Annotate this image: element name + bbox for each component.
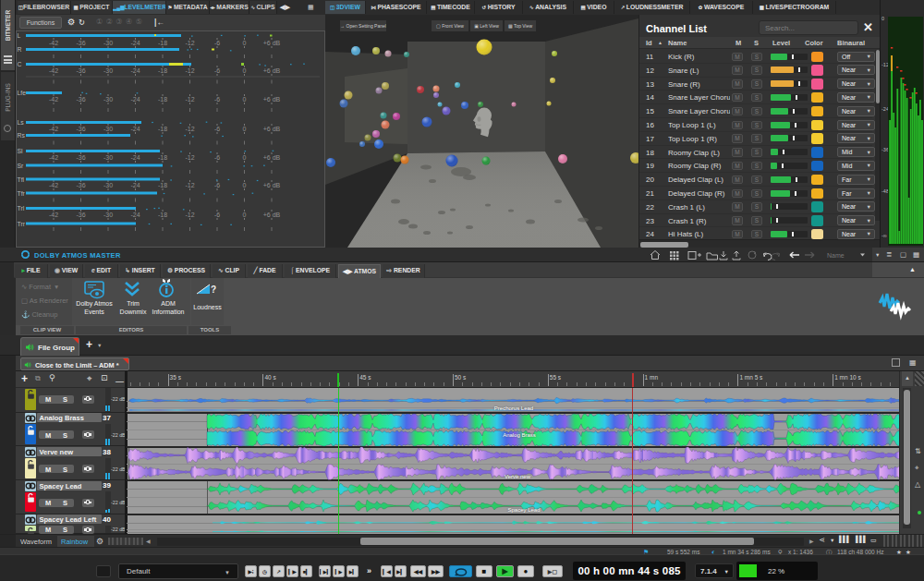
- svg-text:?: ?: [211, 284, 216, 295]
- svg-text:-42: -42: [49, 126, 58, 132]
- svg-text:Trr: Trr: [18, 221, 26, 227]
- svg-text:-6: -6: [214, 96, 220, 103]
- svg-text:-12: -12: [185, 212, 194, 218]
- svg-text:Lfe: Lfe: [18, 90, 27, 96]
- svg-text:+6 dB: +6 dB: [263, 182, 281, 188]
- svg-text:-12: -12: [185, 96, 194, 103]
- svg-text:-12: -12: [185, 182, 194, 188]
- svg-text:Name: Name: [827, 252, 845, 259]
- svg-text:-42: -42: [49, 40, 58, 46]
- svg-text:0: 0: [243, 67, 247, 74]
- svg-text:-6: -6: [214, 154, 220, 161]
- svg-text:-18: -18: [158, 182, 167, 188]
- svg-text:-6: -6: [214, 212, 220, 218]
- svg-text:-24: -24: [130, 96, 140, 103]
- svg-text:-30: -30: [103, 126, 113, 132]
- svg-text:-30: -30: [103, 40, 113, 46]
- svg-text:Sl: Sl: [18, 148, 24, 154]
- svg-text:+6 dB: +6 dB: [263, 212, 281, 218]
- svg-text:-24: -24: [130, 126, 140, 132]
- svg-text:-6: -6: [214, 126, 220, 132]
- svg-text:-12: -12: [185, 154, 194, 161]
- svg-text:-24: -24: [130, 40, 140, 46]
- svg-text:+6 dB: +6 dB: [263, 40, 281, 46]
- svg-text:-18: -18: [158, 126, 167, 132]
- svg-text:-36: -36: [76, 154, 85, 161]
- svg-text:Ls: Ls: [18, 119, 25, 126]
- svg-text:+6 dB: +6 dB: [263, 96, 281, 103]
- svg-text:-42: -42: [49, 212, 58, 218]
- svg-text:-30: -30: [103, 96, 113, 103]
- svg-text:-18: -18: [158, 67, 167, 74]
- svg-text:-30: -30: [103, 182, 113, 188]
- svg-text:-42: -42: [49, 154, 58, 161]
- svg-text:-24: -24: [130, 67, 140, 74]
- svg-text:-30: -30: [103, 212, 113, 218]
- svg-text:-24: -24: [130, 154, 140, 161]
- svg-text:Trl: Trl: [18, 205, 25, 212]
- svg-text:-42: -42: [49, 67, 58, 74]
- svg-text:-30: -30: [103, 67, 113, 74]
- svg-text:-36: -36: [76, 126, 85, 132]
- svg-text:+6 dB: +6 dB: [263, 154, 281, 161]
- svg-text:-18: -18: [158, 212, 167, 218]
- svg-text:0: 0: [243, 40, 247, 46]
- svg-text:R: R: [18, 46, 22, 53]
- svg-text:+6 dB: +6 dB: [263, 126, 281, 132]
- svg-text:L: L: [18, 32, 21, 39]
- svg-text:Tfl: Tfl: [18, 176, 25, 183]
- svg-text:0: 0: [243, 126, 247, 132]
- svg-text:-6: -6: [214, 182, 220, 188]
- svg-text:-36: -36: [76, 67, 85, 74]
- svg-text:-6: -6: [214, 40, 220, 46]
- svg-text:-36: -36: [76, 212, 85, 218]
- svg-text:-30: -30: [103, 154, 113, 161]
- svg-text:-42: -42: [49, 96, 58, 103]
- svg-text:0: 0: [243, 96, 247, 103]
- svg-text:-36: -36: [76, 96, 85, 103]
- svg-text:0: 0: [243, 212, 247, 218]
- svg-text:Tfr: Tfr: [18, 190, 26, 197]
- svg-text:-36: -36: [76, 182, 85, 188]
- svg-text:-42: -42: [49, 182, 58, 188]
- svg-text:-18: -18: [158, 154, 167, 161]
- svg-text:-12: -12: [185, 126, 194, 132]
- svg-text:-12: -12: [185, 40, 194, 46]
- svg-text:-18: -18: [158, 96, 167, 103]
- svg-text:Sr: Sr: [18, 163, 25, 169]
- svg-text:Rs: Rs: [18, 132, 26, 139]
- svg-text:0: 0: [243, 182, 247, 188]
- svg-text:-6: -6: [214, 67, 220, 74]
- svg-text:-18: -18: [158, 40, 167, 46]
- svg-text:-12: -12: [185, 67, 194, 74]
- svg-text:C: C: [18, 61, 22, 67]
- svg-text:0: 0: [243, 154, 247, 161]
- svg-text:-24: -24: [130, 182, 140, 188]
- svg-text:-36: -36: [76, 40, 85, 46]
- svg-text:+6 dB: +6 dB: [263, 67, 281, 74]
- svg-text:-24: -24: [130, 212, 140, 218]
